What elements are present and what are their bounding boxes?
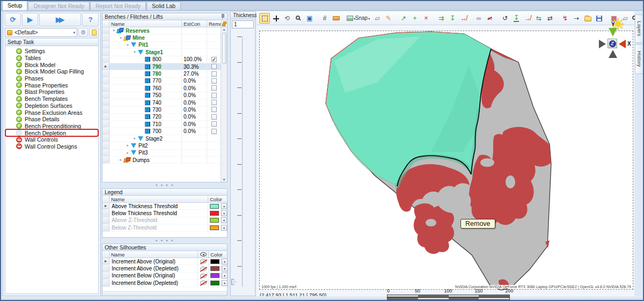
- task-phase-details[interactable]: Phase Details: [5, 116, 98, 123]
- legend-column-name[interactable]: Name: [109, 196, 208, 202]
- color-swatch[interactable]: [210, 211, 219, 216]
- tree-row-740[interactable]: 7400.0%✓: [103, 99, 227, 106]
- task-wall-control-designs[interactable]: Wall Control Designs: [5, 143, 98, 150]
- tree-collapsed-caret[interactable]: ▸: [125, 143, 130, 148]
- task-bench-templates[interactable]: Bench Templates: [5, 96, 98, 102]
- exchange-icon[interactable]: ⇄: [545, 13, 555, 24]
- tree-row-710[interactable]: 7100.0%✓: [103, 121, 227, 128]
- task-bench-preconditioning[interactable]: Bench Preconditioning: [5, 123, 98, 130]
- legend-row-above-z-threshold[interactable]: Above Z-Threshold▾: [103, 217, 227, 224]
- remove-checkbox[interactable]: ✓: [211, 78, 217, 84]
- tree-collapsed-caret[interactable]: ▸: [132, 136, 137, 141]
- color-dropdown-icon[interactable]: ▾: [221, 217, 227, 223]
- column-header-estcon[interactable]: EstCon: [182, 20, 207, 27]
- scroll-down-icon[interactable]: ▼: [223, 178, 226, 181]
- tree-row-dumps[interactable]: ▸Dumps: [103, 157, 227, 164]
- remove-checkbox[interactable]: ✓: [211, 121, 217, 127]
- visibility-column-icon[interactable]: [200, 252, 207, 256]
- panel-splitter[interactable]: ▪ ▪ ▪ ▪: [102, 238, 228, 243]
- tree-row-760[interactable]: 7600.0%✓: [103, 85, 227, 92]
- fit-view-icon[interactable]: ▣: [304, 13, 315, 24]
- task-block-model[interactable]: Block Model: [5, 61, 98, 68]
- draw-polygon-icon[interactable]: ▱: [372, 13, 383, 24]
- color-dropdown-icon[interactable]: ▾: [221, 225, 227, 231]
- remove-checkbox[interactable]: ✓: [211, 71, 217, 77]
- tree-row-780[interactable]: 78027.0%✓: [103, 70, 227, 77]
- color-swatch[interactable]: [210, 266, 219, 271]
- split-icon[interactable]: ↯: [560, 13, 570, 24]
- tree-row-750[interactable]: 7500.0%✓: [103, 92, 227, 99]
- silhouette-row-increment-below-original[interactable]: Increment Below (Original)▾: [103, 273, 227, 280]
- tree-row-mine[interactable]: ▾Mine: [103, 34, 227, 41]
- bottom-view-arrow[interactable]: [609, 50, 617, 58]
- legend-row-below-thickness-threshold[interactable]: Below Thickness Threshold▾: [103, 210, 227, 217]
- color-swatch[interactable]: [210, 259, 219, 264]
- tree-row-stage2[interactable]: ▸Stage2: [103, 135, 227, 142]
- tree-row-720[interactable]: 7200.0%✓: [103, 114, 227, 121]
- color-swatch[interactable]: [210, 218, 219, 223]
- panel-splitter[interactable]: ▪ ▪ ▪ ▪: [102, 182, 228, 188]
- task-block-model-gap-filling[interactable]: Block Model Gap Filling: [5, 68, 98, 75]
- tree-row-730[interactable]: 7300.0%✓: [103, 106, 227, 113]
- tab-solid-lab[interactable]: Solid Lab: [147, 2, 181, 10]
- zoom-icon[interactable]: [293, 13, 304, 24]
- extend-icon[interactable]: ⇢: [571, 13, 582, 24]
- silhouettes-column-color[interactable]: Color: [209, 251, 227, 258]
- task-settings[interactable]: Settings: [5, 48, 98, 55]
- move-point-icon[interactable]: ↗: [398, 13, 409, 24]
- hierarchy-icon[interactable]: [223, 21, 225, 26]
- run-button[interactable]: ▶: [22, 13, 38, 26]
- thickness-input[interactable]: 1: [232, 20, 254, 28]
- 3d-viewport[interactable]: Remove 050100150200 1000 fps | 1.000 ms/…: [259, 31, 633, 290]
- remove-checkbox[interactable]: ✓: [211, 107, 217, 112]
- thickness-slider-handle[interactable]: [231, 279, 236, 285]
- x-axis-arrow[interactable]: [619, 40, 626, 48]
- tree-expanded-caret[interactable]: ▾: [132, 50, 137, 54]
- column-header-name[interactable]: Name: [109, 20, 182, 27]
- run-all-button[interactable]: ▶▶: [39, 13, 81, 26]
- y-axis-arrow[interactable]: [609, 28, 617, 36]
- remove-segment-icon[interactable]: ↮: [458, 13, 469, 24]
- z-axis-button[interactable]: Z: [608, 39, 617, 48]
- tree-collapsed-caret[interactable]: ▸: [118, 158, 123, 162]
- color-dropdown-icon[interactable]: ▾: [222, 259, 228, 265]
- remove-checkbox[interactable]: ✓: [211, 57, 217, 62]
- tree-row-stage1[interactable]: ▾Stage1: [103, 49, 227, 56]
- insert-point-icon[interactable]: ↧: [447, 13, 458, 24]
- tree-expanded-caret[interactable]: ▾: [125, 43, 130, 47]
- orbit-icon[interactable]: ⟲: [282, 13, 292, 24]
- refresh-button[interactable]: ⟳: [5, 13, 21, 26]
- task-blast-properties[interactable]: Blast Properties: [5, 89, 98, 96]
- remove-checkbox[interactable]: ✓: [211, 129, 217, 134]
- task-phases[interactable]: Phases: [5, 75, 98, 82]
- color-dropdown-icon[interactable]: ▾: [222, 266, 228, 271]
- task-bench-depletion[interactable]: Bench Depletion: [5, 129, 98, 136]
- tree-row-790[interactable]: ▸79030.3%✓: [103, 63, 227, 70]
- legend-column-color[interactable]: Color: [208, 196, 227, 202]
- color-dropdown-icon[interactable]: ▾: [221, 203, 227, 209]
- pin-icon[interactable]: [220, 14, 225, 19]
- delete-point-icon[interactable]: ×: [421, 13, 431, 24]
- remove-tooltip[interactable]: Remove: [460, 219, 495, 229]
- swap-icon[interactable]: ⇆: [533, 13, 544, 24]
- task-phase-properties[interactable]: Phase Properties: [5, 82, 98, 89]
- link-icon[interactable]: ∞: [473, 13, 484, 24]
- remove-checkbox[interactable]: ✓: [211, 64, 217, 69]
- remove-checkbox[interactable]: ✓: [211, 114, 217, 120]
- remove-checkbox[interactable]: ✓: [211, 100, 217, 105]
- pan-icon[interactable]: [270, 13, 281, 24]
- scroll-up-icon[interactable]: ▲: [223, 28, 226, 31]
- silhouettes-column-name[interactable]: Name: [109, 251, 198, 258]
- pit-scene[interactable]: [260, 31, 634, 290]
- color-dropdown-icon[interactable]: ▾: [221, 210, 227, 216]
- unlink-icon[interactable]: ∞: [485, 13, 495, 24]
- tree-expanded-caret[interactable]: ▾: [111, 28, 116, 33]
- trim-icon[interactable]: ↛: [522, 13, 533, 24]
- settings-button[interactable]: ⚙: [78, 28, 88, 37]
- color-swatch[interactable]: [210, 273, 219, 278]
- legend-row-below-z-threshold[interactable]: Below Z-Threshold▾: [103, 224, 227, 231]
- open-icon[interactable]: [582, 13, 593, 24]
- remove-checkbox[interactable]: ✓: [211, 85, 217, 91]
- color-swatch[interactable]: [210, 204, 219, 209]
- tree-row-700[interactable]: 7000.0%✓: [103, 128, 227, 135]
